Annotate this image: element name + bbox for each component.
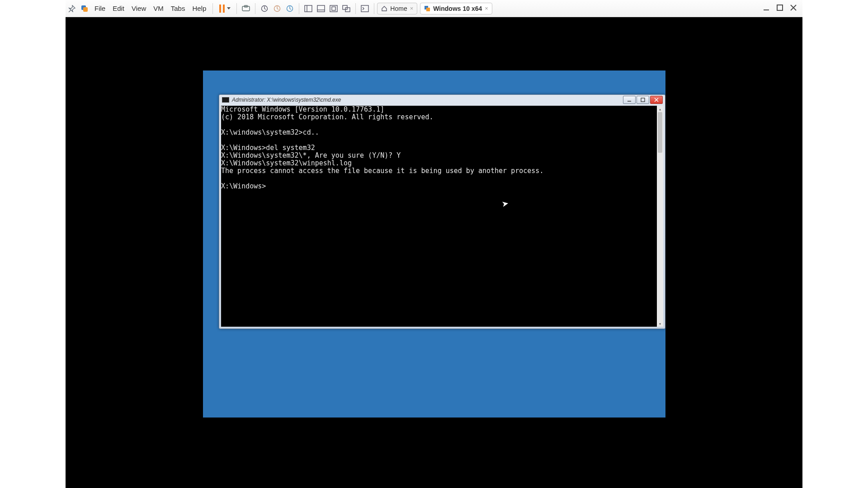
- menu-help[interactable]: Help: [189, 0, 210, 17]
- separator: [374, 3, 374, 14]
- maximize-icon[interactable]: [775, 3, 784, 14]
- menu-tabs[interactable]: Tabs: [167, 0, 189, 17]
- unity-icon[interactable]: [340, 0, 353, 17]
- close-button[interactable]: [650, 96, 663, 104]
- menu-label: View: [132, 5, 146, 12]
- separator: [255, 3, 255, 14]
- scroll-down-icon[interactable]: ▾: [657, 320, 663, 327]
- cmd-app-icon: [222, 97, 229, 103]
- cmd-scrollbar[interactable]: ▴ ▾: [657, 106, 663, 327]
- tab-home[interactable]: Home ×: [377, 3, 417, 14]
- menu-edit[interactable]: Edit: [109, 0, 128, 17]
- close-icon[interactable]: ×: [485, 5, 488, 12]
- cmd-titlebar[interactable]: Administrator: X:\windows\system32\cmd.e…: [219, 95, 665, 105]
- pause-button[interactable]: [216, 0, 234, 17]
- home-icon: [381, 5, 387, 12]
- separator: [299, 3, 299, 14]
- menu-label: VM: [153, 5, 164, 12]
- cmd-output: Microsoft Windows [Version 10.0.17763.1]…: [221, 106, 657, 190]
- svg-rect-17: [426, 8, 430, 11]
- close-icon[interactable]: ×: [410, 5, 414, 12]
- vmware-toolbar: File Edit View VM Tabs Help: [66, 0, 802, 17]
- svg-rect-12: [332, 7, 335, 10]
- cmd-window[interactable]: Administrator: X:\windows\system32\cmd.e…: [219, 94, 665, 329]
- snapshot-take-icon[interactable]: [258, 0, 271, 17]
- svg-rect-15: [361, 5, 368, 12]
- scroll-thumb[interactable]: [658, 112, 662, 153]
- minimize-button[interactable]: [623, 96, 636, 104]
- pause-icon: [219, 5, 225, 13]
- snapshot-manager-icon[interactable]: [283, 0, 296, 17]
- pin-icon[interactable]: [66, 0, 78, 17]
- root: File Edit View VM Tabs Help: [0, 0, 868, 488]
- snapshot-revert-icon[interactable]: [271, 0, 283, 17]
- host-window-controls: [762, 3, 802, 14]
- separator: [355, 3, 356, 14]
- send-ctrl-alt-del-icon[interactable]: [240, 0, 252, 17]
- separator: [212, 3, 213, 14]
- menu-label: Tabs: [171, 5, 185, 12]
- maximize-button[interactable]: [637, 96, 649, 104]
- vmware-logo-icon[interactable]: [78, 0, 91, 17]
- menu-label: Edit: [113, 5, 124, 12]
- menu-view[interactable]: View: [128, 0, 150, 17]
- console-view-icon[interactable]: [359, 0, 371, 17]
- minimize-icon[interactable]: [762, 3, 771, 14]
- separator: [236, 3, 237, 14]
- scroll-track[interactable]: [657, 112, 663, 320]
- cmd-client-area[interactable]: Microsoft Windows [Version 10.0.17763.1]…: [221, 106, 663, 327]
- fullscreen-icon[interactable]: [327, 0, 340, 17]
- layout-single-icon[interactable]: [302, 0, 315, 17]
- menu-vm[interactable]: VM: [150, 0, 167, 17]
- svg-rect-7: [305, 5, 312, 12]
- layout-thumb-icon[interactable]: [315, 0, 327, 17]
- tab-windows10[interactable]: Windows 10 x64 ×: [420, 3, 492, 14]
- menu-label: File: [94, 5, 105, 12]
- chevron-down-icon: [227, 7, 231, 9]
- svg-rect-19: [777, 5, 783, 10]
- cmd-title: Administrator: X:\windows\system32\cmd.e…: [232, 97, 341, 103]
- svg-rect-9: [317, 5, 325, 12]
- svg-rect-21: [641, 98, 645, 102]
- tab-label: Home: [390, 5, 407, 12]
- menu-file[interactable]: File: [91, 0, 109, 17]
- menu-label: Help: [192, 5, 206, 12]
- svg-rect-1: [83, 7, 88, 12]
- tab-label: Windows 10 x64: [433, 5, 482, 12]
- svg-rect-11: [330, 5, 337, 12]
- vm-icon: [424, 5, 430, 12]
- scroll-up-icon[interactable]: ▴: [657, 106, 663, 112]
- close-icon[interactable]: [789, 3, 798, 14]
